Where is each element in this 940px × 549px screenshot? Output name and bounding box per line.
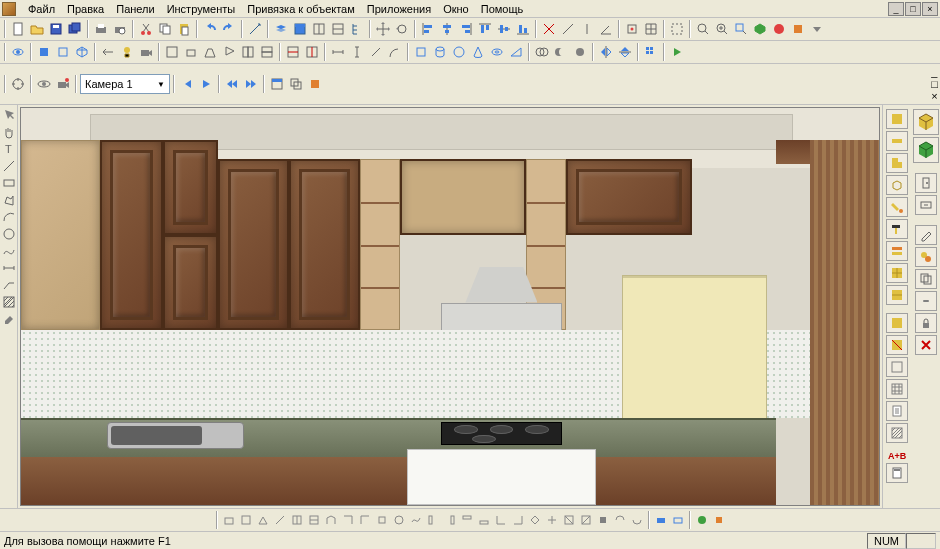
- bt-15-icon[interactable]: [459, 512, 475, 528]
- orbit-icon[interactable]: [9, 43, 27, 61]
- palette-color-icon[interactable]: [915, 247, 937, 267]
- transform-6-icon[interactable]: [258, 43, 276, 61]
- mirror-h-icon[interactable]: [597, 43, 615, 61]
- layer-panel-icon[interactable]: [291, 20, 309, 38]
- bt-27-icon[interactable]: [670, 512, 686, 528]
- shape-cyl-icon[interactable]: [431, 43, 449, 61]
- zoom-extents-icon[interactable]: [694, 20, 712, 38]
- shape-cone-icon[interactable]: [469, 43, 487, 61]
- palette-copy-icon[interactable]: [915, 269, 937, 289]
- copy-icon[interactable]: [156, 20, 174, 38]
- spline-tool-icon[interactable]: [1, 243, 17, 259]
- palette-hammer-icon[interactable]: [886, 219, 908, 239]
- new-file-icon[interactable]: [9, 20, 27, 38]
- open-file-icon[interactable]: [28, 20, 46, 38]
- select-tool-icon[interactable]: [1, 107, 17, 123]
- circle-tool-icon[interactable]: [1, 226, 17, 242]
- erase-tool-icon[interactable]: [1, 311, 17, 327]
- array-icon[interactable]: [642, 43, 660, 61]
- menu-tools[interactable]: Инструменты: [161, 3, 242, 15]
- bt-10-icon[interactable]: [374, 512, 390, 528]
- window-list-icon[interactable]: [268, 75, 286, 93]
- hand-tool-icon[interactable]: [1, 124, 17, 140]
- dim-v-icon[interactable]: [348, 43, 366, 61]
- align-right-icon[interactable]: [457, 20, 475, 38]
- bt-12-icon[interactable]: [408, 512, 424, 528]
- bt-14-icon[interactable]: [442, 512, 458, 528]
- shape-wedge-icon[interactable]: [507, 43, 525, 61]
- rect-tool-icon[interactable]: [1, 175, 17, 191]
- bt-3-icon[interactable]: [255, 512, 271, 528]
- viewport-3d[interactable]: [20, 107, 880, 506]
- bool-int-icon[interactable]: [571, 43, 589, 61]
- print-icon[interactable]: [92, 20, 110, 38]
- bt-5-icon[interactable]: [289, 512, 305, 528]
- camera-icon[interactable]: [137, 43, 155, 61]
- bt-11-icon[interactable]: [391, 512, 407, 528]
- paste-icon[interactable]: [175, 20, 193, 38]
- measure-diag-icon[interactable]: [559, 20, 577, 38]
- angle-icon[interactable]: [597, 20, 615, 38]
- bt-24-icon[interactable]: [612, 512, 628, 528]
- render-dropdown-icon[interactable]: [808, 20, 826, 38]
- palette-cut-icon[interactable]: [886, 335, 908, 355]
- shape-torus-icon[interactable]: [488, 43, 506, 61]
- dim-h-icon[interactable]: [329, 43, 347, 61]
- bool-sub-icon[interactable]: [552, 43, 570, 61]
- window-note-icon[interactable]: [306, 75, 324, 93]
- menu-help[interactable]: Помощь: [475, 3, 530, 15]
- shape-box-icon[interactable]: [412, 43, 430, 61]
- transform-2-icon[interactable]: [182, 43, 200, 61]
- text-tool-icon[interactable]: T: [1, 141, 17, 157]
- bt-4-icon[interactable]: [272, 512, 288, 528]
- palette-door-icon[interactable]: [915, 173, 937, 193]
- snap-toggle-icon[interactable]: [623, 20, 641, 38]
- render2-icon[interactable]: [789, 20, 807, 38]
- redo-icon[interactable]: [220, 20, 238, 38]
- palette-layer-icon[interactable]: [886, 241, 908, 261]
- anim-fwd-icon[interactable]: [242, 75, 260, 93]
- menu-edit[interactable]: Правка: [61, 3, 110, 15]
- palette-sheet3-icon[interactable]: [886, 357, 908, 377]
- align-left-icon[interactable]: [419, 20, 437, 38]
- maximize-button[interactable]: □: [905, 2, 921, 16]
- selection-icon[interactable]: [668, 20, 686, 38]
- menu-window[interactable]: Окно: [437, 3, 475, 15]
- shape-sphere-icon[interactable]: [450, 43, 468, 61]
- zoom-window-icon[interactable]: [732, 20, 750, 38]
- palette-drawer-icon[interactable]: [915, 195, 937, 215]
- bt-26-icon[interactable]: [653, 512, 669, 528]
- tool-a-icon[interactable]: [246, 20, 264, 38]
- split-b-icon[interactable]: [303, 43, 321, 61]
- menu-apps[interactable]: Приложения: [361, 3, 437, 15]
- bt-25-icon[interactable]: [629, 512, 645, 528]
- zoom-in-icon[interactable]: [713, 20, 731, 38]
- palette-ab-label[interactable]: A+B: [888, 451, 906, 461]
- palette-cube-green-icon[interactable]: [913, 137, 939, 163]
- undo-icon[interactable]: [201, 20, 219, 38]
- view-3d-icon[interactable]: [751, 20, 769, 38]
- view-iso-icon[interactable]: [73, 43, 91, 61]
- palette-handle-icon[interactable]: [915, 291, 937, 311]
- cam-eye-icon[interactable]: [35, 75, 53, 93]
- anim-rew-icon[interactable]: [223, 75, 241, 93]
- transform-3-icon[interactable]: [201, 43, 219, 61]
- minimize-button[interactable]: _: [888, 2, 904, 16]
- dim-r-icon[interactable]: [386, 43, 404, 61]
- bt-2-icon[interactable]: [238, 512, 254, 528]
- bt-28-icon[interactable]: [694, 512, 710, 528]
- grid-icon[interactable]: [642, 20, 660, 38]
- tree-icon[interactable]: [348, 20, 366, 38]
- save-icon[interactable]: [47, 20, 65, 38]
- doc-close-button[interactable]: ×: [931, 90, 938, 102]
- palette-cube-yellow-icon[interactable]: [913, 109, 939, 135]
- cam-lock-icon[interactable]: [54, 75, 72, 93]
- bt-16-icon[interactable]: [476, 512, 492, 528]
- dim-d-icon[interactable]: [367, 43, 385, 61]
- palette-box-icon[interactable]: [886, 175, 908, 195]
- bt-8-icon[interactable]: [340, 512, 356, 528]
- hatch-tool-icon[interactable]: [1, 294, 17, 310]
- panel-c-icon[interactable]: [329, 20, 347, 38]
- note-tool-icon[interactable]: [1, 277, 17, 293]
- bt-20-icon[interactable]: [544, 512, 560, 528]
